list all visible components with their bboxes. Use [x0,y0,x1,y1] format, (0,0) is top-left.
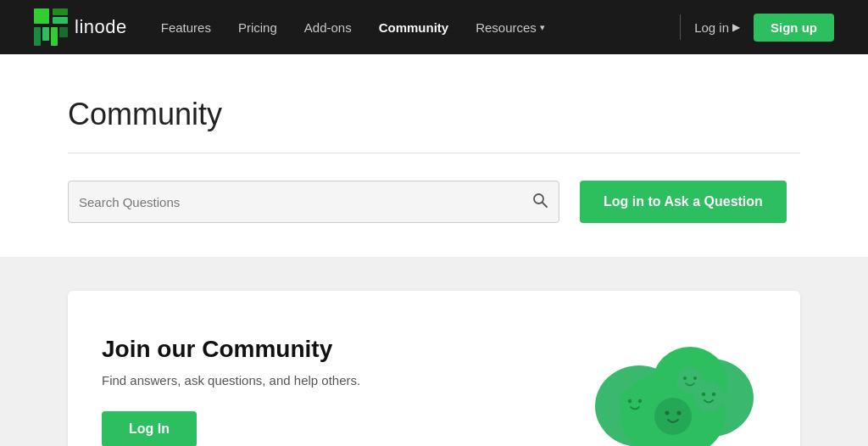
arrow-right-icon: ▶ [732,21,740,33]
community-svg [580,321,766,446]
svg-point-21 [677,411,682,415]
svg-rect-1 [53,8,68,15]
login-nav-button[interactable]: Log in ▶ [694,20,740,35]
section-divider [68,153,800,153]
svg-point-18 [712,393,715,396]
svg-rect-3 [34,27,41,46]
svg-rect-4 [42,27,49,41]
nav-resources-label: Resources [476,20,537,35]
community-illustration [580,321,766,446]
search-row: Log in to Ask a Question [68,181,800,223]
svg-point-24 [693,376,697,380]
navbar: linode Features Pricing Add-ons Communit… [0,0,868,54]
nav-pricing[interactable]: Pricing [238,20,277,35]
svg-point-22 [676,367,704,394]
brand-logo[interactable]: linode [34,8,127,46]
login-nav-label: Log in [694,20,729,35]
svg-rect-5 [51,27,58,46]
chevron-down-icon: ▾ [540,22,545,33]
nav-addons[interactable]: Add-ons [304,20,352,35]
svg-rect-0 [34,8,49,24]
nav-right: Log in ▶ Sign up [694,14,834,42]
card-description: Find answers, ask questions, and help ot… [102,373,580,387]
svg-point-7 [534,194,543,203]
search-box [68,181,559,223]
svg-point-13 [620,388,650,419]
card-left: Join our Community Find answers, ask que… [102,336,580,447]
brand-name: linode [75,16,127,38]
page-title: Community [68,97,800,132]
svg-point-14 [628,399,632,403]
community-card: Join our Community Find answers, ask que… [68,291,800,446]
svg-rect-6 [59,27,68,37]
nav-resources[interactable]: Resources ▾ [476,20,545,35]
search-input[interactable] [79,195,531,209]
svg-point-19 [654,398,692,435]
svg-point-15 [638,399,642,403]
nav-community[interactable]: Community [379,20,449,35]
svg-point-20 [665,411,670,415]
nav-features[interactable]: Features [161,20,211,35]
svg-line-8 [542,203,547,207]
card-login-button[interactable]: Log In [102,411,197,447]
search-icon[interactable] [531,192,548,213]
nav-divider [680,14,681,40]
signup-button[interactable]: Sign up [754,14,834,42]
ask-question-button[interactable]: Log in to Ask a Question [580,181,787,223]
svg-point-23 [683,376,687,380]
svg-rect-2 [53,17,68,24]
gray-section: Join our Community Find answers, ask que… [0,257,868,446]
svg-point-17 [702,393,705,396]
main-content: Community Log in to Ask a Question [0,54,868,223]
card-title: Join our Community [102,336,580,363]
nav-links: Features Pricing Add-ons Community Resou… [161,20,666,35]
logo-icon [34,8,68,46]
